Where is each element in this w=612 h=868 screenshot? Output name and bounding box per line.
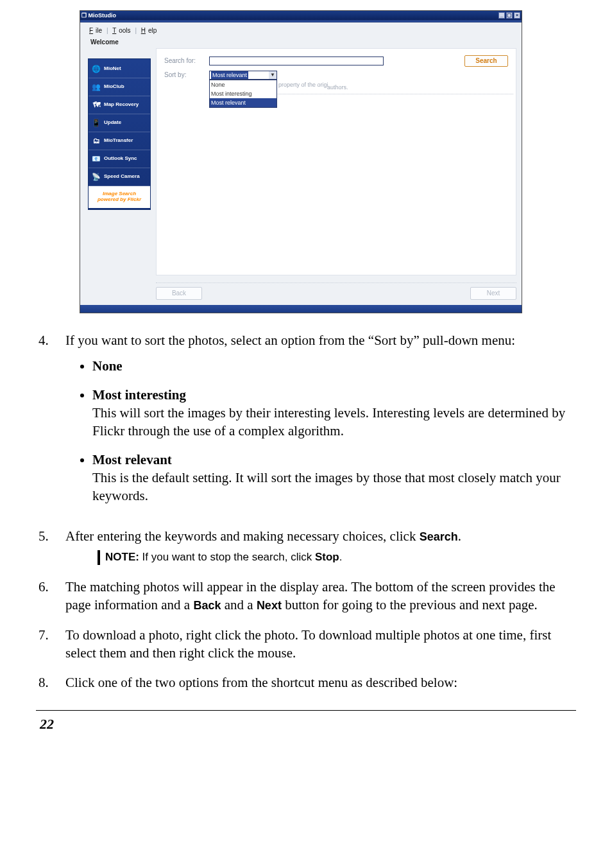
menu-file[interactable]: File — [89, 27, 102, 34]
window-title: MioStudio — [89, 12, 117, 19]
radar-icon: 📡 — [91, 172, 101, 182]
sidebar-item-outlook-sync[interactable]: 📧 Outlook Sync — [89, 150, 150, 168]
folder-icon: 🗂 — [91, 136, 101, 146]
next-button[interactable]: Next — [470, 287, 516, 300]
search-button[interactable]: Search — [464, 55, 508, 67]
phone-icon: 📱 — [91, 118, 101, 128]
sort-by-dropdown-list: None Most interesting Most relevant — [209, 80, 277, 108]
note-block: NOTE: If you want to stop the search, cl… — [98, 550, 576, 565]
miostudio-screenshot: ❐ MioStudio _ ▢ × File | Tools | Help We… — [80, 10, 522, 313]
menu-help[interactable]: Help — [141, 27, 157, 34]
sort-by-select[interactable]: Most relevant ▼ — [209, 71, 277, 80]
sort-option-none[interactable]: None — [210, 80, 276, 89]
sort-by-label: Sort by: — [164, 71, 209, 80]
map-icon: 🗺 — [91, 100, 101, 110]
minimize-icon[interactable]: _ — [498, 12, 505, 19]
page-number: 22 — [36, 715, 576, 734]
sidebar-item-miotransfer[interactable]: 🗂 MioTransfer — [89, 132, 150, 150]
step-6: 6. The matching photos will appear in th… — [36, 578, 576, 614]
maximize-icon[interactable]: ▢ — [506, 12, 513, 19]
dropdown-caret-icon: ▼ — [269, 71, 276, 79]
sort-option-most-interesting[interactable]: Most interesting — [210, 89, 276, 98]
attribution-authors: authors. — [327, 83, 348, 91]
sort-option-most-relevant[interactable]: Most relevant — [210, 98, 276, 107]
bullet-most-relevant-title: Most relevant — [92, 452, 172, 467]
menu-bar: File | Tools | Help — [89, 26, 159, 35]
bullet-most-interesting-desc: This will sort the images by their inter… — [92, 404, 576, 440]
close-icon[interactable]: × — [514, 12, 520, 19]
globe-icon: 🌐 — [91, 64, 101, 74]
main-panel: Search for: Search Sort by: Most relevan… — [156, 48, 516, 275]
search-for-label: Search for: — [164, 56, 209, 65]
sidebar: 🌐 MioNet 👥 MioClub 🗺 Map Recovery 📱 Upda… — [88, 58, 151, 210]
bullet-most-interesting-title: Most interesting — [92, 387, 186, 403]
sidebar-item-mionet[interactable]: 🌐 MioNet — [89, 60, 150, 78]
step-4: 4. If you want to sort the photos, selec… — [36, 331, 576, 516]
step-5: 5. After entering the keywords and makin… — [36, 527, 576, 575]
back-button[interactable]: Back — [156, 287, 202, 300]
sidebar-item-update[interactable]: 📱 Update — [89, 114, 150, 132]
mail-icon: 📧 — [91, 154, 101, 164]
menu-tools[interactable]: Tools — [112, 27, 130, 34]
sidebar-item-map-recovery[interactable]: 🗺 Map Recovery — [89, 96, 150, 114]
app-icon: ❐ — [81, 12, 87, 19]
sidebar-item-image-search[interactable]: Image Search powered by Flickr — [89, 186, 150, 208]
sidebar-item-mioclub[interactable]: 👥 MioClub — [89, 78, 150, 96]
people-icon: 👥 — [91, 82, 101, 92]
welcome-label: Welcome — [90, 38, 119, 47]
bullet-none: None — [92, 358, 123, 374]
step-7: 7. To download a photo, right click the … — [36, 626, 576, 663]
search-input[interactable] — [209, 56, 384, 65]
window-titlebar: ❐ MioStudio _ ▢ × — [80, 11, 522, 20]
step-8: 8. Click one of the two options from the… — [36, 673, 576, 691]
sidebar-item-speed-camera[interactable]: 📡 Speed Camera — [89, 168, 150, 186]
bullet-most-relevant-desc: This is the default setting. It will sor… — [92, 469, 576, 505]
